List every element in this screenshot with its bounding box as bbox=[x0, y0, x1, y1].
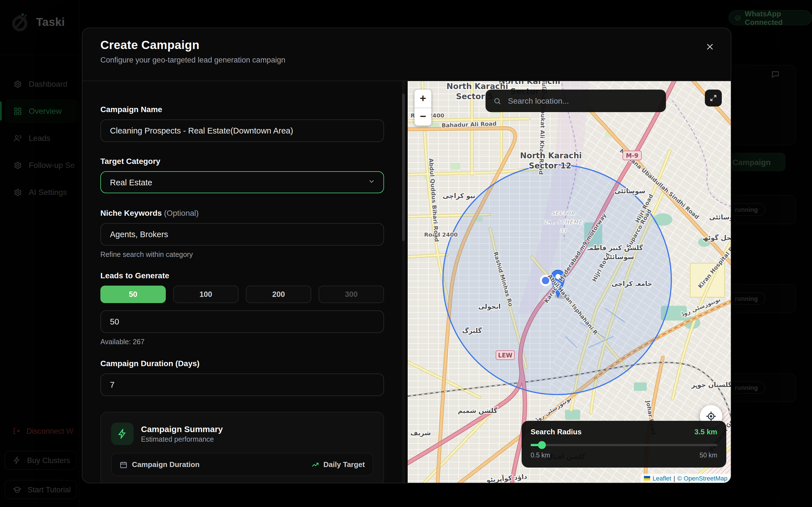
leads-option-50[interactable]: 50 bbox=[100, 286, 166, 303]
campaign-duration-input[interactable] bbox=[100, 374, 384, 396]
locate-icon bbox=[705, 411, 717, 422]
map-label: جامعہ کراچی bbox=[612, 280, 652, 288]
map-label: 2A , SCHEME bbox=[544, 219, 582, 224]
map-label: سوسائٹی bbox=[709, 214, 731, 221]
map-label: Sector 12 bbox=[529, 161, 571, 170]
map-label: انجولی bbox=[478, 303, 500, 311]
map-zoom-control: + − bbox=[414, 90, 432, 126]
map-panel[interactable]: North KarachiSector 6North KarachiSector… bbox=[408, 81, 731, 483]
screen: Taski Dashboard Overview Leads F bbox=[0, 0, 812, 507]
niche-keywords-help: Refine search within category bbox=[100, 251, 384, 259]
form-scrollbar[interactable] bbox=[402, 81, 405, 483]
calendar-icon bbox=[119, 460, 128, 468]
map-label: 33 bbox=[560, 228, 567, 233]
leads-to-generate-label: Leads to Generate bbox=[100, 271, 384, 280]
map-label: گلشن کنیز فاطمہ bbox=[587, 244, 643, 252]
slider-thumb[interactable] bbox=[538, 441, 546, 449]
expand-map-button[interactable] bbox=[705, 90, 722, 107]
search-icon bbox=[493, 97, 501, 105]
campaign-summary-card: Campaign Summary Estimated performance C… bbox=[100, 412, 384, 483]
niche-keywords-input[interactable] bbox=[100, 223, 384, 245]
radius-min: 0.5 km bbox=[530, 452, 550, 459]
radius-title: Search Radius bbox=[530, 428, 581, 436]
map-label: نیو کراچی bbox=[443, 192, 475, 200]
expand-icon bbox=[709, 94, 717, 102]
osm-link[interactable]: © OpenStreetMap bbox=[677, 475, 727, 482]
road-shield: LEW bbox=[496, 351, 515, 360]
close-icon bbox=[705, 42, 714, 51]
summary-campaign-duration: Campaign Duration bbox=[119, 460, 200, 469]
target-category-label: Target Category bbox=[100, 157, 384, 166]
map-label: گلبرگ bbox=[462, 327, 482, 335]
campaign-name-label: Campaign Name bbox=[100, 105, 384, 114]
zoom-in-button[interactable]: + bbox=[414, 90, 432, 108]
leads-option-200[interactable]: 200 bbox=[246, 286, 311, 303]
summary-icon-tile bbox=[111, 422, 134, 445]
target-category-value: Real Estate bbox=[110, 178, 152, 187]
scrollbar-thumb[interactable] bbox=[402, 94, 405, 241]
optional-hint: (Optional) bbox=[164, 209, 199, 217]
map-label: شریف bbox=[410, 429, 431, 437]
zoom-out-button[interactable]: − bbox=[414, 108, 432, 126]
map-label: سوسائٹی bbox=[603, 253, 634, 261]
leads-option-300[interactable]: 300 bbox=[319, 286, 384, 303]
campaign-duration-label: Campaign Duration (Days) bbox=[100, 359, 384, 368]
lightning-icon bbox=[117, 429, 128, 439]
leads-option-100[interactable]: 100 bbox=[173, 286, 239, 303]
road-shield: M-9 bbox=[623, 151, 642, 160]
map-label: گلستان جوہر bbox=[691, 381, 731, 389]
summary-daily-target: Daily Target bbox=[311, 460, 365, 469]
radius-slider[interactable] bbox=[530, 441, 717, 450]
map-label: SECTOR bbox=[552, 211, 575, 216]
slider-track[interactable] bbox=[530, 444, 717, 446]
leaflet-link[interactable]: Leaflet bbox=[653, 475, 671, 482]
chevron-down-icon bbox=[368, 177, 375, 187]
campaign-form: Campaign Name Target Category Real Estat… bbox=[82, 81, 402, 483]
close-button[interactable] bbox=[703, 40, 717, 54]
campaign-name-input[interactable] bbox=[100, 119, 384, 142]
target-category-select[interactable]: Real Estate bbox=[100, 171, 384, 193]
map-label: North Karachi bbox=[520, 151, 582, 160]
search-location-input[interactable] bbox=[507, 96, 658, 106]
search-radius-panel: Search Radius 3.5 km 0.5 km 50 km bbox=[522, 421, 726, 467]
summary-title: Campaign Summary bbox=[141, 424, 223, 434]
leads-custom-input[interactable] bbox=[100, 311, 384, 333]
radius-value: 3.5 km bbox=[695, 428, 717, 436]
available-count: Available: 267 bbox=[100, 338, 384, 346]
ukraine-flag-icon bbox=[644, 476, 651, 481]
map-label: سوسائٹی bbox=[614, 187, 645, 195]
niche-keywords-label: Niche Keywords (Optional) bbox=[100, 209, 384, 217]
modal-subtitle: Configure your geo-targeted lead generat… bbox=[100, 56, 713, 64]
modal-header: Create Campaign Configure your geo-targe… bbox=[82, 28, 731, 81]
svg-text:LEW: LEW bbox=[498, 352, 513, 359]
radius-max: 50 km bbox=[700, 452, 717, 459]
summary-subtitle: Estimated performance bbox=[141, 436, 223, 443]
map-label: سحل گوٹھ bbox=[703, 234, 731, 242]
trending-up-icon bbox=[311, 460, 319, 468]
map-attribution: Leaflet | © OpenStreetMap bbox=[641, 474, 731, 483]
modal-title: Create Campaign bbox=[100, 38, 713, 52]
summary-metrics: Campaign Duration Daily Target bbox=[111, 453, 373, 476]
svg-text:M-9: M-9 bbox=[626, 152, 638, 159]
map-label: گلشن شمیم bbox=[458, 407, 498, 414]
map-label: Road 2400 bbox=[424, 231, 458, 238]
create-campaign-modal: Create Campaign Configure your geo-targe… bbox=[82, 27, 731, 483]
map-search-box[interactable] bbox=[486, 90, 666, 112]
